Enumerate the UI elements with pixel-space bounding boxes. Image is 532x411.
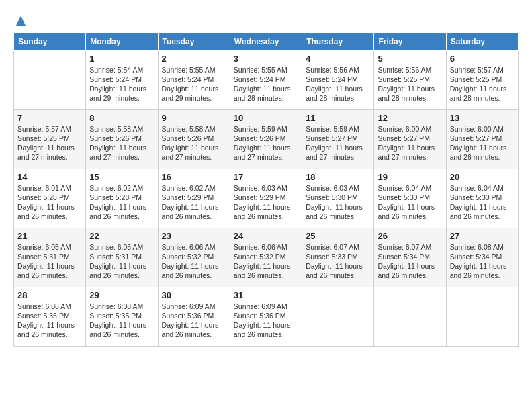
weekday-header-row: SundayMondayTuesdayWednesdayThursdayFrid… — [14, 32, 519, 50]
day-info: Sunrise: 6:06 AMSunset: 5:32 PMDaylight:… — [162, 242, 226, 281]
day-number: 9 — [162, 113, 226, 123]
calendar-cell: 24Sunrise: 6:06 AMSunset: 5:32 PMDayligh… — [230, 228, 302, 287]
day-info: Sunrise: 5:59 AMSunset: 5:26 PMDaylight:… — [234, 124, 298, 163]
day-number: 31 — [234, 290, 298, 300]
day-info: Sunrise: 6:09 AMSunset: 5:36 PMDaylight:… — [162, 302, 226, 340]
day-info: Sunrise: 6:00 AMSunset: 5:27 PMDaylight:… — [378, 124, 442, 163]
calendar-cell: 5Sunrise: 5:56 AMSunset: 5:25 PMDaylight… — [374, 50, 446, 109]
day-number: 20 — [450, 172, 515, 182]
calendar-cell: 10Sunrise: 5:59 AMSunset: 5:26 PMDayligh… — [230, 109, 302, 169]
calendar-cell: 3Sunrise: 5:55 AMSunset: 5:24 PMDaylight… — [230, 50, 302, 109]
weekday-header-friday: Friday — [374, 32, 446, 50]
calendar-cell: 23Sunrise: 6:06 AMSunset: 5:32 PMDayligh… — [158, 228, 230, 287]
day-number: 11 — [306, 113, 370, 123]
calendar-cell: 29Sunrise: 6:08 AMSunset: 5:35 PMDayligh… — [86, 287, 158, 346]
day-number: 15 — [89, 172, 154, 182]
calendar-cell: 11Sunrise: 5:59 AMSunset: 5:27 PMDayligh… — [302, 109, 374, 169]
calendar-cell: 31Sunrise: 6:09 AMSunset: 5:36 PMDayligh… — [230, 287, 302, 346]
logo-text — [13, 13, 27, 27]
header — [13, 13, 519, 27]
day-info: Sunrise: 6:01 AMSunset: 5:28 PMDaylight:… — [17, 183, 82, 222]
day-number: 21 — [17, 231, 82, 241]
calendar-cell: 9Sunrise: 5:58 AMSunset: 5:26 PMDaylight… — [158, 109, 230, 169]
weekday-header-saturday: Saturday — [446, 32, 518, 50]
day-info: Sunrise: 6:00 AMSunset: 5:27 PMDaylight:… — [450, 124, 515, 163]
day-info: Sunrise: 5:56 AMSunset: 5:25 PMDaylight:… — [378, 65, 442, 103]
svg-marker-0 — [16, 16, 26, 26]
day-info: Sunrise: 5:55 AMSunset: 5:24 PMDaylight:… — [234, 65, 298, 103]
day-info: Sunrise: 5:57 AMSunset: 5:25 PMDaylight:… — [450, 65, 515, 103]
day-number: 23 — [162, 231, 226, 241]
day-info: Sunrise: 6:06 AMSunset: 5:32 PMDaylight:… — [234, 242, 298, 281]
weekday-header-tuesday: Tuesday — [158, 32, 230, 50]
day-info: Sunrise: 6:07 AMSunset: 5:34 PMDaylight:… — [378, 242, 442, 281]
day-info: Sunrise: 6:04 AMSunset: 5:30 PMDaylight:… — [450, 183, 515, 222]
weekday-header-wednesday: Wednesday — [230, 32, 302, 50]
day-number: 12 — [378, 113, 442, 123]
day-info: Sunrise: 6:02 AMSunset: 5:29 PMDaylight:… — [162, 183, 226, 222]
week-row-1: 1Sunrise: 5:54 AMSunset: 5:24 PMDaylight… — [14, 50, 519, 109]
day-number: 7 — [17, 113, 82, 123]
day-number: 29 — [89, 290, 154, 300]
day-number: 28 — [17, 290, 82, 300]
calendar-cell: 27Sunrise: 6:08 AMSunset: 5:34 PMDayligh… — [446, 228, 518, 287]
day-info: Sunrise: 6:09 AMSunset: 5:36 PMDaylight:… — [234, 302, 298, 340]
week-row-4: 21Sunrise: 6:05 AMSunset: 5:31 PMDayligh… — [14, 228, 519, 287]
day-number: 6 — [450, 54, 515, 64]
day-number: 1 — [89, 54, 154, 64]
day-info: Sunrise: 5:56 AMSunset: 5:24 PMDaylight:… — [306, 65, 370, 103]
day-info: Sunrise: 5:54 AMSunset: 5:24 PMDaylight:… — [89, 65, 154, 103]
calendar-cell: 26Sunrise: 6:07 AMSunset: 5:34 PMDayligh… — [374, 228, 446, 287]
calendar-cell: 30Sunrise: 6:09 AMSunset: 5:36 PMDayligh… — [158, 287, 230, 346]
day-number: 24 — [234, 231, 298, 241]
week-row-5: 28Sunrise: 6:08 AMSunset: 5:35 PMDayligh… — [14, 287, 519, 346]
day-number: 8 — [89, 113, 154, 123]
week-row-2: 7Sunrise: 5:57 AMSunset: 5:25 PMDaylight… — [14, 109, 519, 169]
day-number: 16 — [162, 172, 226, 182]
day-info: Sunrise: 6:05 AMSunset: 5:31 PMDaylight:… — [17, 242, 82, 281]
calendar-cell — [446, 287, 518, 346]
day-info: Sunrise: 6:05 AMSunset: 5:31 PMDaylight:… — [89, 242, 154, 281]
weekday-header-thursday: Thursday — [302, 32, 374, 50]
day-number: 3 — [234, 54, 298, 64]
day-number: 14 — [17, 172, 82, 182]
calendar-cell: 19Sunrise: 6:04 AMSunset: 5:30 PMDayligh… — [374, 169, 446, 228]
calendar-cell: 21Sunrise: 6:05 AMSunset: 5:31 PMDayligh… — [14, 228, 86, 287]
calendar-cell: 7Sunrise: 5:57 AMSunset: 5:25 PMDaylight… — [14, 109, 86, 169]
calendar-cell: 18Sunrise: 6:03 AMSunset: 5:30 PMDayligh… — [302, 169, 374, 228]
day-number: 2 — [162, 54, 226, 64]
day-info: Sunrise: 6:03 AMSunset: 5:30 PMDaylight:… — [306, 183, 370, 222]
day-info: Sunrise: 6:07 AMSunset: 5:33 PMDaylight:… — [306, 242, 370, 281]
weekday-header-sunday: Sunday — [14, 32, 86, 50]
calendar-cell: 8Sunrise: 5:58 AMSunset: 5:26 PMDaylight… — [86, 109, 158, 169]
day-info: Sunrise: 6:08 AMSunset: 5:35 PMDaylight:… — [89, 302, 154, 340]
calendar-cell — [374, 287, 446, 346]
calendar-cell: 25Sunrise: 6:07 AMSunset: 5:33 PMDayligh… — [302, 228, 374, 287]
day-number: 18 — [306, 172, 370, 182]
calendar-cell: 1Sunrise: 5:54 AMSunset: 5:24 PMDaylight… — [86, 50, 158, 109]
calendar-cell: 20Sunrise: 6:04 AMSunset: 5:30 PMDayligh… — [446, 169, 518, 228]
calendar-cell — [14, 50, 86, 109]
calendar-cell: 17Sunrise: 6:03 AMSunset: 5:29 PMDayligh… — [230, 169, 302, 228]
day-info: Sunrise: 5:58 AMSunset: 5:26 PMDaylight:… — [162, 124, 226, 163]
day-number: 25 — [306, 231, 370, 241]
calendar-cell: 2Sunrise: 5:55 AMSunset: 5:24 PMDaylight… — [158, 50, 230, 109]
calendar-cell: 6Sunrise: 5:57 AMSunset: 5:25 PMDaylight… — [446, 50, 518, 109]
calendar-cell: 28Sunrise: 6:08 AMSunset: 5:35 PMDayligh… — [14, 287, 86, 346]
day-number: 27 — [450, 231, 515, 241]
calendar-cell: 4Sunrise: 5:56 AMSunset: 5:24 PMDaylight… — [302, 50, 374, 109]
calendar-cell: 16Sunrise: 6:02 AMSunset: 5:29 PMDayligh… — [158, 169, 230, 228]
calendar-cell: 13Sunrise: 6:00 AMSunset: 5:27 PMDayligh… — [446, 109, 518, 169]
day-number: 22 — [89, 231, 154, 241]
day-info: Sunrise: 6:04 AMSunset: 5:30 PMDaylight:… — [378, 183, 442, 222]
calendar-cell: 22Sunrise: 6:05 AMSunset: 5:31 PMDayligh… — [86, 228, 158, 287]
day-number: 4 — [306, 54, 370, 64]
day-info: Sunrise: 5:59 AMSunset: 5:27 PMDaylight:… — [306, 124, 370, 163]
logo-icon — [15, 15, 27, 27]
day-info: Sunrise: 5:55 AMSunset: 5:24 PMDaylight:… — [162, 65, 226, 103]
week-row-3: 14Sunrise: 6:01 AMSunset: 5:28 PMDayligh… — [14, 169, 519, 228]
weekday-header-monday: Monday — [86, 32, 158, 50]
calendar-cell — [302, 287, 374, 346]
day-number: 13 — [450, 113, 515, 123]
day-info: Sunrise: 5:57 AMSunset: 5:25 PMDaylight:… — [17, 124, 82, 163]
